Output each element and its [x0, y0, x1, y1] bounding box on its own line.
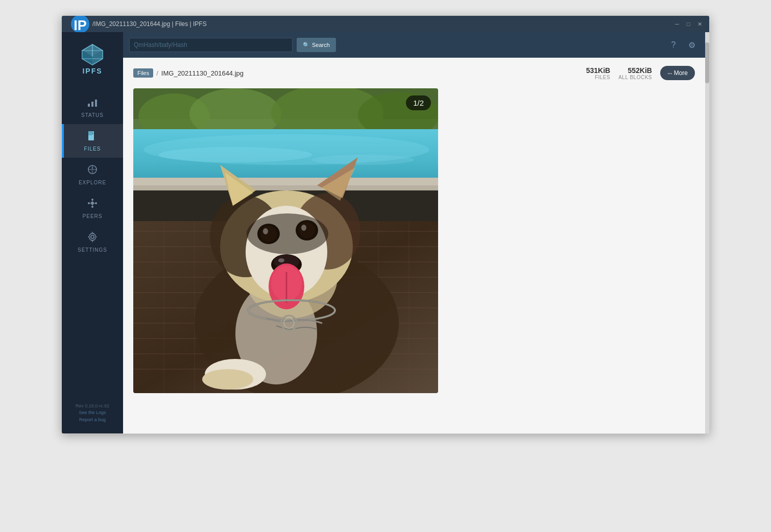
svg-point-62 — [202, 369, 253, 390]
scrollbar-thumb[interactable] — [705, 42, 709, 83]
content-area: 🔍 Search ? ⚙ Files — [123, 32, 705, 433]
svg-point-81 — [278, 258, 284, 262]
svg-point-78 — [247, 213, 328, 254]
svg-rect-9 — [88, 104, 90, 107]
sidebar-item-explore[interactable]: EXPLORE — [62, 158, 123, 191]
explore-label: EXPLORE — [79, 180, 106, 185]
files-stat: 531KiB FILES — [586, 66, 610, 80]
sidebar-item-peers[interactable]: PEERS — [62, 191, 123, 225]
files-label: FILES — [84, 146, 101, 152]
search-input[interactable] — [129, 38, 293, 52]
logo-label: IPFS — [82, 67, 102, 75]
status-label: STATUS — [81, 112, 104, 118]
explore-icon — [87, 164, 98, 178]
svg-point-25 — [91, 235, 94, 238]
version-text: Rev 0.19.0-rc.82 — [76, 403, 110, 410]
page-content: Files / IMG_20211130_201644.jpg 531KiB F… — [123, 58, 705, 433]
settings-icon — [87, 231, 98, 245]
top-bar: 🔍 Search ? ⚙ — [123, 32, 705, 58]
sidebar-item-settings[interactable]: SETTINGS — [62, 225, 123, 259]
image-counter: 1/2 — [406, 95, 431, 110]
svg-rect-11 — [95, 100, 97, 107]
maximize-button[interactable]: □ — [685, 20, 692, 28]
logs-link[interactable]: See the Logs — [76, 409, 110, 417]
ipfs-logo-icon — [80, 42, 105, 67]
svg-rect-13 — [88, 131, 92, 135]
sidebar-item-status[interactable]: STATUS — [62, 90, 123, 124]
files-icon — [87, 130, 98, 144]
app-window: IP /IMG_20211130_201644.jpg | Files | IP… — [61, 15, 710, 434]
more-dots-icon: ··· — [667, 69, 672, 77]
active-indicator — [62, 124, 64, 158]
image-viewer: 1/2 — [133, 88, 695, 393]
main-layout: IPFS STATUS — [62, 32, 709, 433]
help-icon: ? — [671, 40, 676, 50]
title-bar: IP /IMG_20211130_201644.jpg | Files | IP… — [62, 16, 709, 32]
sidebar-logo: IPFS — [75, 37, 110, 80]
dog-image — [133, 88, 438, 393]
svg-point-20 — [91, 206, 93, 208]
status-icon — [87, 96, 98, 110]
sidebar-item-files[interactable]: FILES — [62, 124, 123, 158]
peers-label: PEERS — [83, 213, 103, 219]
minimize-button[interactable]: ─ — [673, 20, 681, 28]
file-header: Files / IMG_20211130_201644.jpg 531KiB F… — [133, 66, 695, 80]
window-controls: ─ □ ✕ — [673, 20, 703, 28]
search-button[interactable]: 🔍 Search — [297, 38, 336, 52]
top-bar-actions: ? ⚙ — [666, 38, 699, 52]
svg-point-35 — [312, 155, 414, 165]
breadcrumb-separator: / — [156, 69, 158, 77]
svg-rect-37 — [133, 185, 438, 190]
breadcrumb-files-link[interactable]: Files — [133, 68, 153, 78]
breadcrumb: Files / IMG_20211130_201644.jpg — [133, 68, 244, 78]
more-button[interactable]: ··· More — [660, 66, 695, 80]
blocks-stat-label: ALL BLOCKS — [618, 75, 652, 80]
blocks-stat: 552KiB ALL BLOCKS — [618, 66, 652, 80]
files-stat-label: FILES — [595, 75, 610, 80]
svg-rect-10 — [91, 102, 93, 107]
breadcrumb-current-file: IMG_20211130_201644.jpg — [161, 69, 244, 77]
gear-icon: ⚙ — [688, 40, 695, 50]
close-button[interactable]: ✕ — [696, 20, 703, 28]
sidebar-footer: Rev 0.19.0-rc.82 See the Logs Report a b… — [70, 398, 115, 429]
file-stats: 531KiB FILES 552KiB ALL BLOCKS ··· More — [586, 66, 695, 80]
image-container: 1/2 — [133, 88, 438, 393]
settings-label: SETTINGS — [78, 247, 107, 253]
search-icon: 🔍 — [303, 42, 310, 49]
svg-point-18 — [95, 202, 97, 204]
svg-text:IP: IP — [74, 18, 87, 33]
sidebar: IPFS STATUS — [62, 32, 123, 433]
files-size-value: 531KiB — [586, 66, 610, 75]
peers-icon — [87, 198, 98, 211]
report-link[interactable]: Report a bug — [76, 417, 110, 424]
scrollbar-track[interactable] — [705, 32, 709, 433]
svg-point-17 — [88, 202, 90, 204]
svg-point-16 — [91, 202, 94, 205]
svg-point-34 — [159, 147, 312, 162]
help-button[interactable]: ? — [666, 38, 681, 52]
blocks-size-value: 552KiB — [628, 66, 652, 75]
svg-point-19 — [91, 199, 93, 201]
title-bar-text: /IMG_20211130_201644.jpg | Files | IPFS — [92, 20, 673, 28]
global-settings-button[interactable]: ⚙ — [685, 38, 699, 52]
more-label: More — [674, 69, 688, 77]
